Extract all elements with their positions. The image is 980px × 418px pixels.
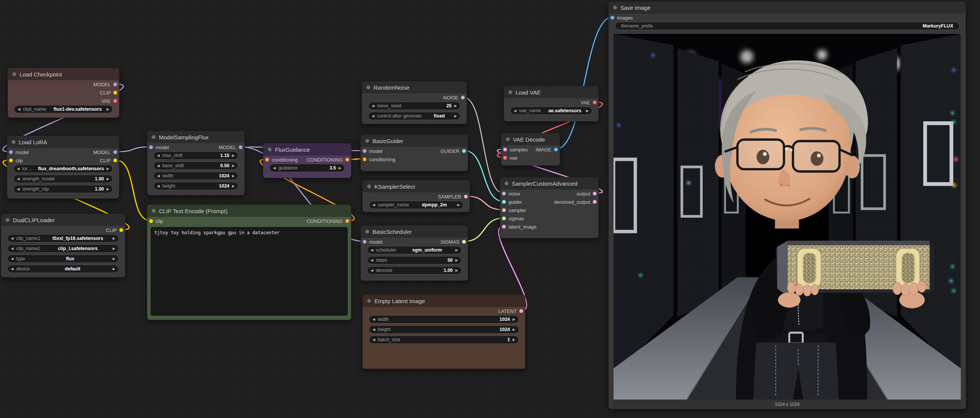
output-slot-dot[interactable] (113, 150, 117, 154)
collapse-dot-icon[interactable] (367, 299, 371, 303)
sampler-input-slot[interactable]: sampler (502, 206, 526, 214)
output-slot-dot[interactable] (464, 195, 468, 199)
MODEL-output-slot[interactable]: MODEL (94, 148, 117, 156)
basic_scheduler-node[interactable]: BasicSchedulermodelSIGMAS◀schedulersgm_u… (360, 225, 468, 281)
increment-arrow-icon[interactable]: ▶ (454, 114, 457, 118)
conditioning-input-slot[interactable]: conditioning (363, 155, 395, 164)
increment-arrow-icon[interactable]: ▶ (454, 104, 457, 108)
load_checkpoint-node[interactable]: Load CheckpointMODELCLIPVAE◀ckpt_nameflu… (8, 68, 119, 118)
output-slot-dot[interactable] (113, 99, 117, 103)
model-input-slot[interactable]: model (363, 238, 382, 246)
increment-arrow-icon[interactable]: ▶ (107, 167, 109, 171)
filename_prefix-widget[interactable]: filename_prefixMarkuryFLUX (615, 22, 960, 30)
increment-arrow-icon[interactable]: ▶ (457, 203, 460, 207)
decrement-arrow-icon[interactable]: ◀ (11, 267, 14, 271)
input-slot-dot[interactable] (149, 145, 153, 149)
decrement-arrow-icon[interactable]: ◀ (17, 167, 19, 171)
IMAGE-output-slot[interactable]: IMAGE (536, 145, 558, 154)
noise_seed-widget[interactable]: ◀noise_seed25▶ (368, 102, 461, 110)
sigmas-input-slot[interactable]: sigmas (502, 214, 524, 223)
lor ...-widget[interactable]: ◀lor ...flux_dreambooth.safetensors▶ (13, 165, 113, 173)
collapse-dot-icon[interactable] (268, 148, 272, 151)
clip_name1-widget[interactable]: ◀clip_name1t5xxl_fp16.safetensors▶ (7, 234, 119, 243)
VAE-output-slot[interactable]: VAE (101, 97, 117, 105)
input-slot-dot[interactable] (503, 156, 507, 160)
decrement-arrow-icon[interactable]: ◀ (18, 108, 20, 111)
CONDITIONING-output-slot[interactable]: CONDITIONING (307, 217, 349, 225)
collapse-dot-icon[interactable] (12, 140, 16, 144)
collapse-dot-icon[interactable] (509, 91, 512, 94)
collapse-dot-icon[interactable] (366, 86, 370, 89)
input-slot-dot[interactable] (9, 159, 13, 162)
input-slot-dot[interactable] (502, 216, 506, 220)
decrement-arrow-icon[interactable]: ◀ (372, 338, 375, 342)
SIGMAS-output-slot[interactable]: SIGMAS (440, 238, 466, 246)
output-slot-dot[interactable] (462, 240, 466, 244)
collapse-dot-icon[interactable] (152, 209, 156, 213)
collapse-dot-icon[interactable] (152, 135, 156, 139)
noise-input-slot[interactable]: noise (502, 189, 520, 198)
vae_name-widget[interactable]: ◀vae_nameae.safetensors▶ (510, 106, 592, 115)
increment-arrow-icon[interactable]: ▶ (512, 338, 515, 342)
height-widget[interactable]: ◀height1024▶ (153, 182, 239, 190)
batch_size-widget[interactable]: ◀batch_size1▶ (369, 335, 519, 344)
input-slot-dot[interactable] (265, 158, 269, 162)
CLIP-output-slot[interactable]: CLIP (100, 156, 117, 165)
load_lora-node[interactable]: Load LoRAmodelMODELclipCLIP◀lor ...flux_… (7, 135, 119, 199)
increment-arrow-icon[interactable]: ▶ (232, 164, 235, 168)
increment-arrow-icon[interactable]: ▶ (232, 184, 235, 188)
output-output-slot[interactable]: output (577, 189, 597, 198)
increment-arrow-icon[interactable]: ▶ (113, 257, 115, 261)
CONDITIONING-output-slot[interactable]: CONDITIONING (307, 156, 349, 164)
model-input-slot[interactable]: model (149, 143, 169, 151)
empty_latent-node[interactable]: Empty Latent ImageLATENT◀width1024▶◀heig… (362, 294, 525, 369)
guider-input-slot[interactable]: guider (502, 198, 522, 206)
increment-arrow-icon[interactable]: ▶ (107, 188, 109, 191)
clip_name2-widget[interactable]: ◀clip_name2clip_l.safetensors▶ (7, 245, 119, 253)
random_noise-node[interactable]: RandomNoiseNOISE◀noise_seed25▶◀control a… (361, 81, 467, 124)
input-slot-dot[interactable] (503, 148, 507, 151)
clip-input-slot[interactable]: clip (9, 156, 23, 165)
input-slot-dot[interactable] (9, 150, 13, 154)
input-slot-dot[interactable] (363, 149, 366, 153)
sampler_name-widget[interactable]: ◀sampler_namedpmpp_2m▶ (369, 201, 464, 209)
increment-arrow-icon[interactable]: ▶ (339, 167, 341, 170)
VAE-output-slot[interactable]: VAE (581, 98, 597, 106)
increment-arrow-icon[interactable]: ▶ (113, 237, 115, 240)
decrement-arrow-icon[interactable]: ◀ (273, 167, 276, 170)
strength_clip-widget[interactable]: ◀strength_clip1.00▶ (13, 185, 113, 193)
increment-arrow-icon[interactable]: ▶ (512, 328, 515, 331)
decrement-arrow-icon[interactable]: ◀ (371, 259, 373, 262)
vae_decode-node[interactable]: VAE DecodesamplesIMAGEvae (501, 133, 560, 166)
collapse-dot-icon[interactable] (6, 218, 10, 222)
increment-arrow-icon[interactable]: ▶ (232, 174, 235, 178)
denoised_output-output-slot[interactable]: denoised_output (554, 198, 597, 206)
strength_model-widget[interactable]: ◀strength_model1.00▶ (13, 175, 113, 183)
collapse-dot-icon[interactable] (13, 72, 16, 76)
guidance-widget[interactable]: ◀guidance3.5▶ (269, 164, 345, 172)
decrement-arrow-icon[interactable]: ◀ (11, 237, 14, 240)
increment-arrow-icon[interactable]: ▶ (113, 267, 115, 271)
increment-arrow-icon[interactable]: ▶ (455, 259, 458, 262)
load_vae-node[interactable]: Load VAEVAE◀vae_nameae.safetensors▶ (504, 86, 599, 122)
latent_image-input-slot[interactable]: latent_image (502, 223, 536, 231)
output-slot-dot[interactable] (462, 149, 466, 153)
output-slot-dot[interactable] (239, 145, 243, 149)
collapse-dot-icon[interactable] (506, 137, 509, 141)
max_shift-widget[interactable]: ◀max_shift1.15▶ (153, 151, 239, 160)
increment-arrow-icon[interactable]: ▶ (113, 247, 115, 250)
collapse-dot-icon[interactable] (367, 184, 371, 188)
output-slot-dot[interactable] (519, 309, 523, 313)
output-slot-dot[interactable] (461, 95, 465, 99)
output-slot-dot[interactable] (345, 158, 349, 162)
input-slot-dot[interactable] (502, 200, 506, 204)
decrement-arrow-icon[interactable]: ◀ (372, 318, 375, 321)
ksampler_select-node[interactable]: KSamplerSelectSAMPLER◀sampler_namedpmpp_… (362, 180, 470, 212)
save_image-node[interactable]: Save Imageimagesfilename_prefixMarkuryFL… (608, 1, 966, 409)
increment-arrow-icon[interactable]: ▶ (455, 248, 458, 252)
increment-arrow-icon[interactable]: ▶ (232, 154, 235, 157)
decrement-arrow-icon[interactable]: ◀ (17, 188, 19, 191)
input-slot-dot[interactable] (502, 192, 506, 195)
input-slot-dot[interactable] (502, 225, 506, 229)
collapse-dot-icon[interactable] (505, 181, 509, 185)
